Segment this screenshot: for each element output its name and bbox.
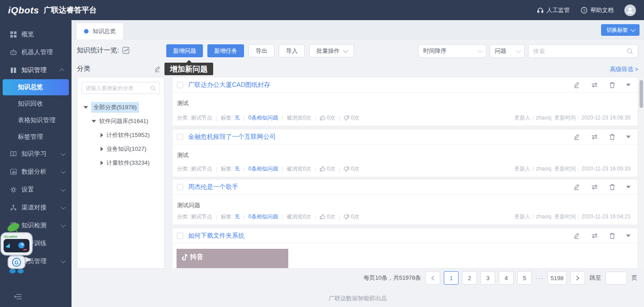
category-search-input[interactable] [85, 85, 150, 91]
page-button-4[interactable]: 4 [499, 271, 514, 285]
list-scrollbar-thumb[interactable] [640, 80, 643, 108]
sidebar-subitem-knowledge-recycle[interactable]: 知识回收 [0, 95, 72, 112]
card-checkbox[interactable] [177, 233, 183, 239]
sidebar-subitem-knowledge-overview[interactable]: 知识总览 [3, 79, 69, 95]
prev-page-button[interactable] [425, 271, 440, 285]
card-title-link[interactable]: 周杰伦是一个歌手 [188, 183, 238, 191]
help-docs-link[interactable]: ? 帮助文档 [581, 6, 614, 14]
caret-down-icon[interactable] [84, 106, 88, 109]
delete-icon[interactable] [609, 133, 615, 141]
sidebar-subitem-tag-management[interactable]: 标签管理 [0, 128, 72, 145]
page-ellipsis[interactable]: ··· [535, 275, 544, 281]
import-button[interactable]: 导入 [279, 44, 305, 57]
sidebar-item-knowledge-learning[interactable]: 知识学习 [0, 145, 72, 163]
similar-questions-link[interactable]: 0条相似问题 [248, 114, 278, 122]
tree-node-software-questions[interactable]: 软件问题库(51641) [77, 114, 164, 128]
search-icon[interactable] [150, 85, 156, 91]
card-update-meta: 更新人：zhaosj 更新时间：2020-11-23 16:05:33 [514, 165, 631, 173]
card-title-link[interactable]: 金融危机摧毁了一个互联网公司 [188, 133, 276, 141]
manual-supervision-link[interactable]: 人工监管 [537, 6, 570, 14]
delete-icon[interactable] [609, 183, 615, 191]
sidebar-item-user-management[interactable]: 人员管理 [0, 252, 72, 270]
bar-chart-icon [10, 168, 17, 175]
add-task-button[interactable]: 新增任务 [207, 44, 244, 57]
pagination-summary: 每页10条，共51978条 [363, 274, 421, 282]
tree-node-all-categories[interactable]: 全部分类(51978) [77, 100, 164, 114]
swap-icon[interactable] [591, 233, 598, 239]
edit-icon[interactable] [573, 81, 580, 89]
caret-right-icon[interactable] [101, 161, 103, 165]
tab-knowledge-overview[interactable]: 知识总览 [77, 23, 123, 39]
export-button[interactable]: 导出 [248, 44, 274, 57]
sidebar-collapse-button[interactable] [13, 293, 22, 302]
delete-icon[interactable] [609, 232, 615, 239]
chevron-down-icon [61, 258, 66, 263]
next-page-button[interactable] [570, 271, 585, 285]
expand-caret-icon[interactable] [626, 84, 631, 86]
thumb-down-icon [344, 214, 349, 220]
page-button-1[interactable]: 1 [444, 271, 459, 285]
delete-icon[interactable] [609, 81, 615, 89]
caret-down-icon[interactable] [92, 120, 96, 123]
page-button-3[interactable]: 3 [480, 271, 495, 285]
add-question-button[interactable]: 新增问题 [166, 44, 203, 57]
similar-questions-link[interactable]: 0条相似问题 [248, 213, 278, 221]
sidebar-item-robot-management[interactable]: 机器人管理 [0, 43, 72, 61]
batch-operations-button[interactable]: 批量操作 [309, 44, 354, 57]
card-checkbox[interactable] [177, 184, 183, 190]
page-button-last[interactable]: 5198 [547, 271, 567, 285]
sidebar-item-settings[interactable]: 设置 [0, 181, 72, 199]
category-edit-button[interactable] [154, 65, 161, 74]
knowledge-card: 金融危机摧毁了一个互联网公司 测试 分类: 测试节点| 标签: 无| 0条相似问… [172, 129, 638, 177]
tree-node-pricing-software[interactable]: 计价软件(15952) [77, 128, 164, 142]
card-stats-row: 分类: 测试节点| 标签: 无| 0条相似问题| 被浏览0次| 0次| 0次 更… [177, 114, 631, 122]
swap-icon[interactable] [591, 82, 598, 88]
card-answer-text: 测试问题 [173, 195, 638, 209]
edit-icon[interactable] [573, 183, 580, 191]
sidebar-item-model-training[interactable]: 模型训练 [0, 235, 72, 252]
search-icon[interactable] [627, 48, 633, 55]
card-checkbox[interactable] [177, 82, 183, 88]
expand-caret-icon[interactable] [626, 186, 631, 188]
sidebar-item-overview[interactable]: 概览 [0, 26, 72, 43]
switch-tags-button[interactable]: 切换标签 [601, 24, 640, 36]
advanced-filter-link[interactable]: 高级筛选 > [610, 65, 638, 73]
similar-questions-link[interactable]: 0条相似问题 [248, 165, 278, 173]
expand-caret-icon[interactable] [626, 235, 631, 237]
swap-icon[interactable] [591, 134, 598, 140]
user-avatar[interactable] [624, 4, 636, 16]
tree-node-business-knowledge[interactable]: 业务知识(1027) [77, 142, 164, 156]
sitemap-icon [10, 204, 17, 211]
douyin-thumbnail[interactable]: 抖音 抖音号: 345652118 [177, 249, 288, 269]
sort-order-select[interactable]: 时间降序 [418, 44, 486, 58]
card-stats-row: 分类: 测试节点| 标签: 无| 0条相似问题| 被浏览0次| 0次| 0次 更… [177, 165, 631, 173]
person-icon [626, 6, 634, 14]
sidebar-item-data-analysis[interactable]: 数据分析 [0, 163, 72, 181]
page-button-2[interactable]: 2 [462, 271, 477, 285]
sidebar-item-knowledge-check[interactable]: 知识检测 [0, 217, 72, 235]
sidebar-item-channel-integration[interactable]: 渠道对接 [0, 199, 72, 217]
page-button-5[interactable]: 5 [517, 271, 532, 285]
tag-none-link[interactable]: 无 [234, 114, 240, 122]
search-input[interactable] [533, 48, 627, 55]
sidebar-subitem-table-knowledge[interactable]: 表格知识管理 [0, 112, 72, 128]
tab-strip: 知识总览 切换标签 [72, 20, 644, 39]
card-title-link[interactable]: 广联达办公大厦CAD图纸封存 [188, 81, 270, 89]
tag-none-link[interactable]: 无 [234, 213, 240, 221]
caret-right-icon[interactable] [101, 133, 103, 137]
edit-icon[interactable] [573, 133, 580, 141]
search-field-select[interactable]: 问题 [490, 44, 525, 58]
stats-chart-icon[interactable] [122, 47, 130, 54]
tree-node-measurement-software[interactable]: 计量软件(33234) [77, 156, 164, 170]
edit-icon[interactable] [573, 232, 580, 239]
caret-right-icon[interactable] [101, 147, 103, 151]
tag-none-link[interactable]: 无 [234, 165, 240, 173]
card-title-link[interactable]: 如何下载文件夹系统 [188, 232, 244, 240]
sidebar-item-knowledge-management[interactable]: 知识管理 [0, 61, 72, 79]
card-checkbox[interactable] [177, 134, 183, 140]
expand-caret-icon[interactable] [626, 136, 631, 138]
filter-controls: 时间降序 问题 [418, 44, 638, 58]
category-tree-panel: 全部分类(51978) 软件问题库(51641) 计价软件(15952) 业务知… [77, 77, 164, 269]
page-jump-input[interactable] [606, 272, 627, 285]
swap-icon[interactable] [591, 184, 598, 190]
